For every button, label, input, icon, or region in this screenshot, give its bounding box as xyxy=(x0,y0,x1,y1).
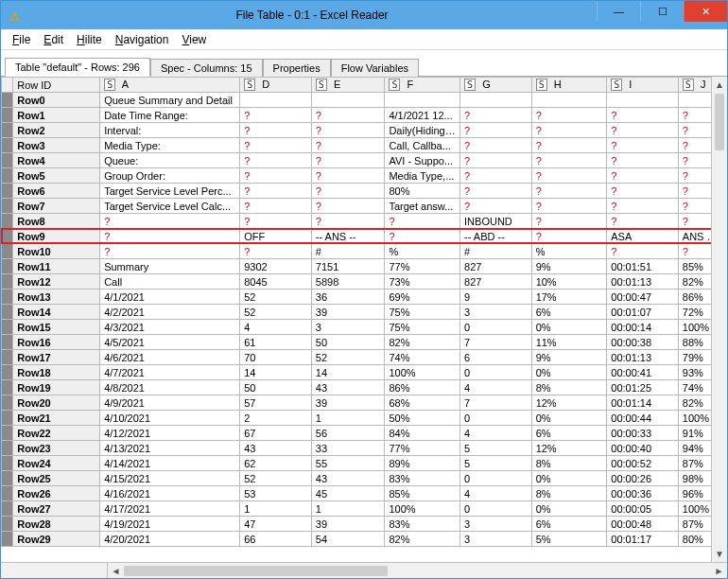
cell[interactable]: 00:01:13 xyxy=(607,350,679,365)
vertical-scrollbar[interactable]: ▲ ▼ xyxy=(711,77,727,562)
cell[interactable]: 62 xyxy=(240,456,312,471)
cell[interactable]: ? xyxy=(240,199,312,214)
cell[interactable]: 4/15/2021 xyxy=(100,471,240,486)
table-row[interactable]: Row154/3/20214375%00%00:00:14100% xyxy=(2,320,727,335)
cell[interactable]: # xyxy=(460,244,532,259)
cell[interactable]: 3 xyxy=(460,517,532,532)
cell[interactable]: ? xyxy=(385,214,460,229)
table-row[interactable]: Row10??#%#%?? xyxy=(2,244,727,259)
cell[interactable]: 00:00:36 xyxy=(607,486,679,501)
cell[interactable]: 3 xyxy=(460,305,532,320)
rowid-cell[interactable]: Row28 xyxy=(13,517,100,532)
cell[interactable]: 00:00:14 xyxy=(607,320,679,335)
col-header-A[interactable]: S A xyxy=(100,78,240,93)
cell[interactable]: 7151 xyxy=(311,259,385,274)
cell[interactable] xyxy=(385,93,460,108)
horizontal-scrollbar[interactable]: ◄ ► xyxy=(1,562,727,578)
cell[interactable]: 0 xyxy=(460,320,532,335)
col-header-D[interactable]: S D xyxy=(240,78,312,93)
rowid-cell[interactable]: Row11 xyxy=(13,259,100,274)
cell[interactable]: 8% xyxy=(531,486,607,501)
row-handle[interactable] xyxy=(2,168,13,184)
cell[interactable]: ? xyxy=(607,108,679,123)
cell[interactable]: 4/16/2021 xyxy=(100,486,240,501)
table-row[interactable]: Row194/8/2021504386%48%00:01:2574% xyxy=(2,380,727,395)
cell[interactable]: 43 xyxy=(311,380,385,395)
cell[interactable]: ? xyxy=(460,138,532,153)
menu-view[interactable]: View xyxy=(176,31,212,48)
cell[interactable]: Media Type,... xyxy=(385,168,460,184)
cell[interactable]: 827 xyxy=(460,259,532,274)
cell[interactable]: OFF xyxy=(240,229,312,244)
cell[interactable]: % xyxy=(385,244,460,259)
cell[interactable]: 00:00:33 xyxy=(607,426,679,441)
cell[interactable]: ? xyxy=(531,153,607,168)
cell[interactable]: Group Order: xyxy=(100,168,240,184)
cell[interactable]: 7 xyxy=(460,395,532,411)
cell[interactable]: ? xyxy=(460,199,532,214)
cell[interactable]: 00:01:14 xyxy=(607,395,679,411)
cell[interactable]: ? xyxy=(240,123,312,138)
cell[interactable]: ? xyxy=(531,214,607,229)
table-row[interactable]: Row3Media Type:?? Call, Callba...???? xyxy=(2,138,727,153)
rowid-cell[interactable]: Row8 xyxy=(13,214,100,229)
cell[interactable]: 0 xyxy=(460,471,532,486)
maximize-button[interactable]: ☐ xyxy=(640,1,684,22)
table-row[interactable]: Row214/10/20212150%00%00:00:44100% xyxy=(2,411,727,426)
row-handle[interactable] xyxy=(2,290,13,305)
row-handle[interactable] xyxy=(2,426,13,441)
cell[interactable]: 50 xyxy=(240,380,312,395)
table-row[interactable]: Row244/14/2021625589%58%00:00:5287% xyxy=(2,456,727,471)
rowid-cell[interactable]: Row13 xyxy=(13,290,100,305)
cell[interactable]: 83% xyxy=(385,471,460,486)
cell[interactable]: ? xyxy=(531,108,607,123)
cell[interactable]: 1 xyxy=(311,501,385,517)
cell[interactable]: 4/20/2021 xyxy=(100,532,240,547)
cell[interactable] xyxy=(531,93,607,108)
rowid-cell[interactable]: Row23 xyxy=(13,441,100,456)
cell[interactable]: ? xyxy=(531,184,607,199)
row-handle[interactable] xyxy=(2,274,13,290)
minimize-button[interactable]: — xyxy=(597,1,640,22)
table-row[interactable]: Row234/13/2021433377%512%00:00:4094% xyxy=(2,441,727,456)
rowid-cell[interactable]: Row3 xyxy=(13,138,100,153)
rowid-cell[interactable]: Row12 xyxy=(13,274,100,290)
cell[interactable]: 4/7/2021 xyxy=(100,365,240,380)
cell[interactable]: Target Service Level Calc... xyxy=(100,199,240,214)
row-handle[interactable] xyxy=(2,532,13,547)
cell[interactable]: 82% xyxy=(385,335,460,350)
cell[interactable] xyxy=(607,93,679,108)
header-rowid[interactable]: Row ID xyxy=(13,78,100,93)
cell[interactable]: 77% xyxy=(385,441,460,456)
cell[interactable]: 39 xyxy=(311,395,385,411)
cell[interactable]: INBOUND xyxy=(460,214,532,229)
rowid-cell[interactable]: Row26 xyxy=(13,486,100,501)
rowid-cell[interactable]: Row25 xyxy=(13,471,100,486)
row-handle[interactable] xyxy=(2,229,13,244)
cell[interactable]: 4 xyxy=(460,380,532,395)
cell[interactable]: Interval: xyxy=(100,123,240,138)
cell[interactable]: ? xyxy=(460,184,532,199)
cell[interactable]: 4/14/2021 xyxy=(100,456,240,471)
cell[interactable]: ? xyxy=(531,229,607,244)
cell[interactable]: 39 xyxy=(311,517,385,532)
cell[interactable]: Queue: xyxy=(100,153,240,168)
row-handle[interactable] xyxy=(2,456,13,471)
cell[interactable]: 9302 xyxy=(240,259,312,274)
cell[interactable]: ? xyxy=(607,153,679,168)
cell[interactable]: 9% xyxy=(531,259,607,274)
cell[interactable]: 00:00:38 xyxy=(607,335,679,350)
menu-file[interactable]: File xyxy=(7,31,36,48)
cell[interactable]: ? xyxy=(100,214,240,229)
row-handle[interactable] xyxy=(2,244,13,259)
rowid-cell[interactable]: Row2 xyxy=(13,123,100,138)
cell[interactable]: ? xyxy=(607,138,679,153)
cell[interactable]: 8% xyxy=(531,380,607,395)
col-header-F[interactable]: S F xyxy=(385,78,460,93)
cell[interactable]: 33 xyxy=(311,441,385,456)
scroll-down-arrow[interactable]: ▼ xyxy=(712,546,727,562)
cell[interactable]: 6 xyxy=(460,350,532,365)
table-row[interactable]: Row7Target Service Level Calc...??Target… xyxy=(2,199,727,214)
cell[interactable]: 00:00:52 xyxy=(607,456,679,471)
row-handle[interactable] xyxy=(2,93,13,108)
